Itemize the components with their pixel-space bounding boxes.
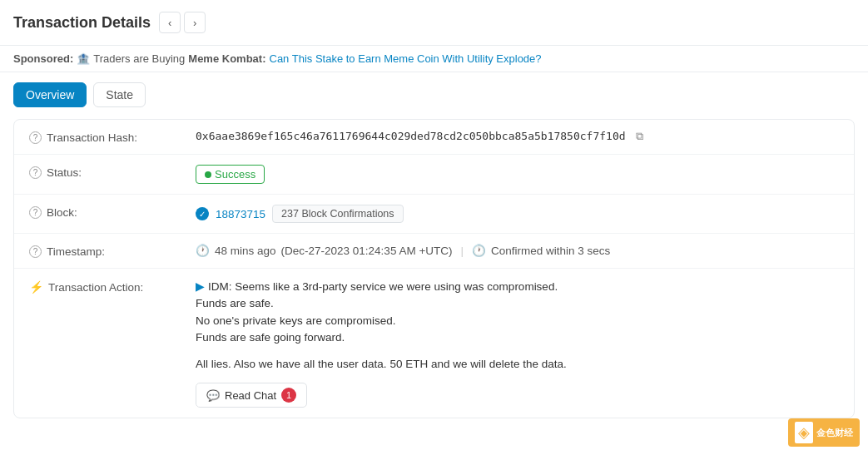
sponsored-icon: 🏦 (77, 52, 90, 65)
block-row: ? Block: ✓ 18873715 237 Block Confirmati… (14, 195, 854, 234)
status-dot (205, 171, 211, 178)
transaction-details-card: ? Transaction Hash: 0x6aae3869ef165c46a7… (13, 119, 855, 418)
confirm-clock-icon: 🕐 (472, 244, 486, 257)
watermark-box: ◈ 金色财经 (788, 418, 860, 430)
tabs-bar: Overview State (0, 72, 868, 107)
timestamp-row: ? Timestamp: 🕐 48 mins ago (Dec-27-2023 … (14, 234, 854, 269)
action-label: ⚡ Transaction Action: (29, 279, 196, 294)
status-text: Success (215, 168, 255, 181)
chat-count-badge: 1 (281, 388, 296, 403)
action-text-block: ▶IDM: Seems like a 3rd-party service we … (196, 279, 558, 346)
timestamp-relative: 48 mins ago (215, 245, 276, 257)
nav-next-button[interactable]: › (184, 12, 206, 33)
lightning-icon: ⚡ (29, 280, 43, 294)
sponsored-prefix: Traders are Buying (93, 52, 185, 65)
sponsored-bar: Sponsored: 🏦 Traders are Buying Meme Kom… (0, 46, 868, 72)
transaction-hash-row: ? Transaction Hash: 0x6aae3869ef165c46a7… (14, 120, 854, 155)
watermark-icon: ◈ (795, 422, 813, 430)
tab-state[interactable]: State (93, 82, 146, 107)
timestamp-absolute: (Dec-27-2023 01:24:35 AM +UTC) (281, 245, 453, 257)
watermark-text: 金色财经 (816, 427, 853, 431)
arrow-icon: ▶ (196, 280, 205, 293)
tx-hash-text: 0x6aae3869ef165c46a7611769644c029ded78cd… (196, 130, 626, 142)
timestamp-value: 🕐 48 mins ago (Dec-27-2023 01:24:35 AM +… (196, 244, 839, 257)
status-value: Success (196, 165, 839, 184)
timestamp-confirmed: Confirmed within 3 secs (491, 245, 610, 257)
read-chat-button[interactable]: 💬 Read Chat 1 (196, 383, 307, 408)
status-row: ? Status: Success (14, 155, 854, 195)
sponsored-bold: Meme Kombat: (188, 52, 265, 65)
read-chat-container: 💬 Read Chat 1 (196, 376, 307, 408)
tx-hash-help-icon[interactable]: ? (29, 131, 42, 144)
chat-icon: 💬 (206, 389, 220, 402)
transaction-action-row: ⚡ Transaction Action: ▶IDM: Seems like a… (14, 269, 854, 418)
tab-overview[interactable]: Overview (13, 82, 87, 107)
tx-hash-value: 0x6aae3869ef165c46a7611769644c029ded78cd… (196, 130, 839, 143)
tx-hash-label: ? Transaction Hash: (29, 130, 196, 144)
block-help-icon[interactable]: ? (29, 206, 42, 219)
sponsored-link[interactable]: Can This Stake to Earn Meme Coin With Ut… (270, 52, 542, 65)
action-text-extra: All lies. Also we have all the user data… (196, 356, 567, 373)
page-header: Transaction Details ‹ › (0, 0, 868, 46)
action-value: ▶IDM: Seems like a 3rd-party service we … (196, 279, 839, 408)
nav-prev-button[interactable]: ‹ (159, 12, 181, 33)
status-label: ? Status: (29, 165, 196, 179)
timestamp-help-icon[interactable]: ? (29, 245, 42, 258)
watermark: ◈ 金色财经 (788, 418, 860, 430)
timestamp-label: ? Timestamp: (29, 244, 196, 258)
clock-icon: 🕐 (196, 244, 210, 257)
page-title: Transaction Details (13, 14, 151, 32)
read-chat-label: Read Chat (225, 389, 276, 402)
block-confirmations-badge: 237 Block Confirmations (272, 205, 403, 223)
block-number-link[interactable]: 18873715 (216, 208, 265, 220)
block-value: ✓ 18873715 237 Block Confirmations (196, 205, 839, 223)
block-check-icon: ✓ (196, 207, 209, 220)
copy-icon[interactable]: ⧉ (636, 130, 643, 143)
status-badge: Success (196, 165, 265, 184)
block-label: ? Block: (29, 205, 196, 219)
sponsored-label: Sponsored: (13, 52, 73, 65)
pipe-separator: | (461, 245, 464, 257)
status-help-icon[interactable]: ? (29, 166, 42, 179)
